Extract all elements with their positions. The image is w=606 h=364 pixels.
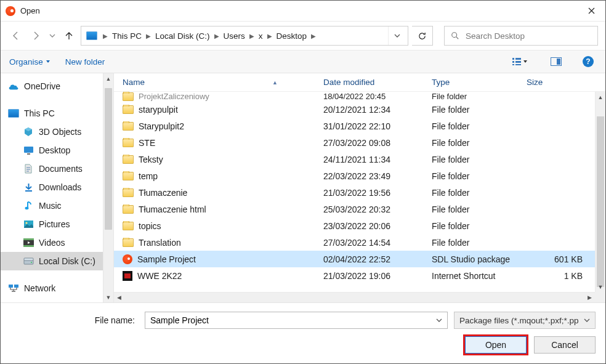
help-icon: ? bbox=[583, 56, 594, 67]
recent-locations-button[interactable] bbox=[47, 26, 57, 45]
file-date: 20/12/2021 12:34 bbox=[315, 105, 423, 115]
back-button[interactable] bbox=[8, 26, 24, 45]
view-options-button[interactable] bbox=[507, 54, 533, 70]
nav-scrollbar[interactable]: ▲ ▼ bbox=[103, 73, 113, 302]
svg-rect-3 bbox=[512, 61, 514, 63]
list-vertical-scrollbar[interactable]: ▲ ▼ bbox=[595, 92, 605, 292]
search-input[interactable]: Search Desktop bbox=[444, 26, 598, 46]
breadcrumb[interactable]: This PC bbox=[110, 26, 144, 45]
chevron-right-icon[interactable]: ▶ bbox=[265, 33, 274, 39]
svg-rect-8 bbox=[557, 59, 560, 65]
scrollbar-thumb[interactable] bbox=[597, 116, 604, 287]
scrollbar-thumb[interactable] bbox=[105, 88, 112, 230]
file-row[interactable]: Teksty24/11/2021 11:34File folder bbox=[114, 151, 595, 168]
file-row[interactable]: Sample Project02/04/2022 22:52SDL Studio… bbox=[114, 251, 595, 267]
scroll-down-icon[interactable]: ▼ bbox=[596, 281, 605, 292]
preview-pane-button[interactable] bbox=[547, 54, 565, 70]
column-name[interactable]: Name▲ bbox=[114, 73, 315, 91]
chevron-right-icon[interactable]: ▶ bbox=[309, 33, 318, 39]
sort-asc-icon: ▲ bbox=[272, 79, 278, 86]
desktop-icon bbox=[23, 145, 34, 155]
chevron-right-icon[interactable]: ▶ bbox=[144, 33, 153, 39]
videos-icon bbox=[23, 238, 34, 248]
chevron-right-icon[interactable]: ▶ bbox=[248, 33, 256, 39]
file-row[interactable]: STE27/03/2022 09:08File folder bbox=[114, 134, 595, 151]
file-name: Starypulpit2 bbox=[139, 121, 184, 131]
file-row[interactable]: WWE 2K2221/03/2022 19:06Internet Shortcu… bbox=[114, 267, 595, 284]
objects-icon bbox=[23, 127, 34, 137]
file-row[interactable]: temp22/03/2022 23:49File folder bbox=[114, 168, 595, 184]
scroll-up-icon[interactable]: ▲ bbox=[596, 92, 605, 102]
tree-item-desktop[interactable]: Desktop bbox=[1, 141, 103, 160]
refresh-button[interactable] bbox=[412, 26, 433, 46]
breadcrumb[interactable]: Local Disk (C:) bbox=[153, 26, 212, 45]
open-button[interactable]: Open bbox=[465, 336, 527, 354]
scroll-left-icon[interactable]: ◀ bbox=[114, 293, 124, 302]
folder-icon bbox=[123, 188, 134, 197]
up-button[interactable] bbox=[61, 26, 77, 45]
file-name: Teksty bbox=[139, 155, 163, 164]
tree-item-music[interactable]: Music bbox=[1, 196, 103, 215]
tree-item-3d-objects[interactable]: 3D Objects bbox=[1, 123, 103, 141]
tree-item-onedrive[interactable]: OneDrive bbox=[1, 77, 103, 95]
tree-item-pictures[interactable]: Pictures bbox=[1, 215, 103, 233]
file-type: File folder bbox=[423, 171, 518, 181]
tree-item-network[interactable]: Network bbox=[1, 279, 103, 297]
view-list-icon bbox=[512, 57, 522, 66]
file-date: 23/03/2022 20:06 bbox=[315, 221, 423, 231]
column-date[interactable]: Date modified bbox=[315, 73, 423, 91]
address-bar[interactable]: ▶ This PC ▶ Local Disk (C:) ▶ Users ▶ x … bbox=[81, 26, 408, 46]
file-type-filter[interactable]: Package files (*.mqout;*.pxf;*.pp bbox=[454, 312, 596, 329]
file-row[interactable]: topics23/03/2022 20:06File folder bbox=[114, 217, 595, 234]
list-horizontal-scrollbar[interactable]: ◀ ▶ bbox=[114, 292, 595, 302]
file-name: WWE 2K22 bbox=[137, 271, 182, 281]
column-headers: Name▲ Date modified Type Size bbox=[114, 73, 605, 92]
scroll-down-icon[interactable]: ▼ bbox=[103, 292, 113, 302]
window-title: Open bbox=[20, 6, 40, 15]
tree-label: Music bbox=[39, 201, 62, 211]
tree-item-thispc[interactable]: This PC bbox=[1, 104, 103, 123]
file-row[interactable]: ProjektZaliczeniowy18/04/2022 20:45File … bbox=[114, 92, 595, 101]
chevron-right-icon[interactable]: ▶ bbox=[212, 33, 221, 39]
file-name: Translation bbox=[139, 238, 181, 248]
svg-rect-22 bbox=[12, 291, 15, 292]
file-date: 22/03/2022 23:49 bbox=[315, 171, 423, 181]
music-icon bbox=[23, 201, 34, 211]
scroll-up-icon[interactable]: ▲ bbox=[103, 73, 113, 84]
new-folder-button[interactable]: New folder bbox=[65, 57, 105, 67]
tree-label: Network bbox=[24, 283, 55, 293]
address-dropdown[interactable] bbox=[388, 26, 405, 45]
close-button[interactable] bbox=[577, 1, 605, 21]
organise-menu[interactable]: Organise bbox=[9, 57, 50, 67]
breadcrumb[interactable]: Desktop bbox=[274, 26, 310, 45]
file-type: File folder bbox=[423, 92, 518, 101]
tree-item-downloads[interactable]: Downloads bbox=[1, 178, 103, 196]
svg-rect-6 bbox=[515, 64, 521, 65]
breadcrumb[interactable]: x bbox=[256, 26, 265, 45]
chevron-down-icon bbox=[584, 317, 590, 323]
svg-point-13 bbox=[25, 222, 27, 224]
file-row[interactable]: Starypulpit231/01/2022 22:10File folder bbox=[114, 118, 595, 134]
svg-point-11 bbox=[25, 207, 28, 209]
help-button[interactable]: ? bbox=[580, 54, 597, 70]
chevron-right-icon[interactable]: ▶ bbox=[101, 33, 110, 39]
cancel-button[interactable]: Cancel bbox=[534, 336, 596, 354]
file-name-input[interactable]: Sample Project bbox=[145, 312, 448, 329]
column-size[interactable]: Size bbox=[518, 73, 595, 91]
scroll-right-icon[interactable]: ▶ bbox=[584, 293, 595, 302]
column-type[interactable]: Type bbox=[423, 73, 518, 91]
search-icon bbox=[451, 31, 459, 40]
tree-item-local-disk[interactable]: Local Disk (C:) bbox=[1, 252, 103, 270]
file-row[interactable]: starypulpit20/12/2021 12:34File folder bbox=[114, 101, 595, 118]
file-row[interactable]: Translation27/03/2022 14:54File folder bbox=[114, 234, 595, 251]
breadcrumb[interactable]: Users bbox=[221, 26, 248, 45]
onedrive-icon bbox=[8, 81, 19, 91]
tree-item-videos[interactable]: Videos bbox=[1, 233, 103, 252]
forward-button[interactable] bbox=[28, 26, 44, 45]
file-row[interactable]: Tłumaczenie html25/03/2022 20:32File fol… bbox=[114, 201, 595, 217]
folder-icon bbox=[123, 155, 134, 164]
toolbar: Organise New folder ? bbox=[1, 50, 605, 73]
file-row[interactable]: Tłumaczenie21/03/2022 19:56File folder bbox=[114, 184, 595, 201]
tree-item-documents[interactable]: Documents bbox=[1, 160, 103, 178]
arrow-up-icon bbox=[64, 31, 74, 41]
